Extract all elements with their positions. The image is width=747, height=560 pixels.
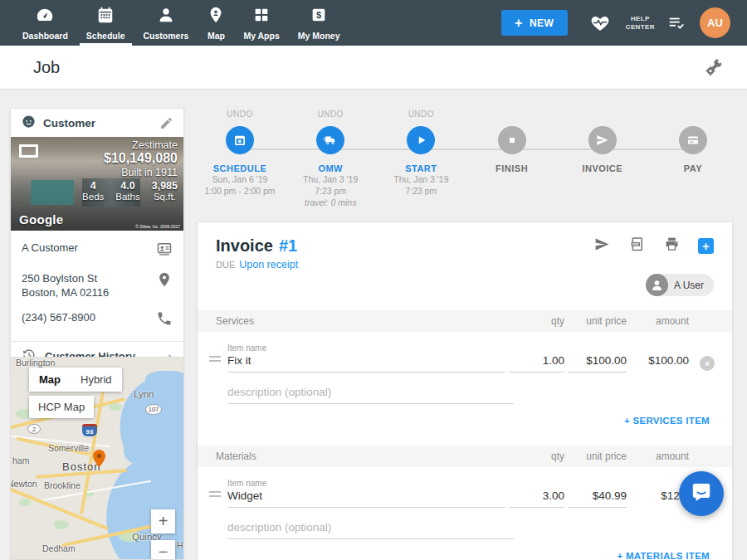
page-title: Job	[33, 58, 60, 77]
material-unit-price-input[interactable]: $40.99	[568, 489, 627, 508]
user-silhouette-icon	[646, 274, 668, 296]
start-step-button[interactable]	[407, 126, 435, 154]
customer-phone: (234) 567-8900	[22, 310, 95, 324]
invoice-step-button[interactable]	[588, 126, 617, 154]
contact-card-icon[interactable]	[156, 241, 173, 261]
print-icon[interactable]	[663, 236, 681, 256]
nav-label: My Apps	[243, 31, 279, 41]
service-description-input[interactable]: description (optional)	[227, 386, 514, 404]
remove-service-item-button[interactable]: ×	[700, 356, 715, 371]
map-park	[54, 520, 69, 529]
heart-pulse-icon[interactable]	[589, 13, 611, 33]
map-label-burlington: Burlington	[16, 358, 55, 368]
step-label: OMW	[287, 163, 374, 173]
finish-step-button[interactable]	[498, 126, 526, 154]
add-invoice-button[interactable]: +	[698, 238, 714, 254]
map-label-hingham: Hi	[177, 540, 184, 550]
due-terms-link[interactable]: Upon receipt	[239, 259, 298, 270]
step-label: INVOICE	[559, 163, 646, 173]
map-zoom-in-button[interactable]: +	[151, 509, 175, 533]
step-label: PAY	[650, 163, 736, 173]
edit-customer-icon[interactable]	[159, 116, 173, 130]
customer-face-icon	[21, 114, 37, 133]
due-label: DUE	[216, 260, 235, 270]
item-name-label: Item name	[227, 343, 732, 353]
help-center-button[interactable]: HELP CENTER	[626, 15, 655, 32]
nav-customers[interactable]: Customers	[134, 0, 198, 46]
material-qty-input[interactable]: 3.00	[509, 489, 564, 508]
step-date: Sun, Jan 6 '19	[197, 173, 283, 185]
customers-icon	[157, 6, 175, 27]
service-name-input[interactable]: Fix it	[227, 354, 505, 373]
activity-list-icon[interactable]	[666, 14, 686, 32]
map-label-lynn: Lynn	[134, 389, 154, 399]
zestimate-overlay: Zestimate $10,149,080 Built in 1911 4Bed…	[82, 139, 178, 202]
step-date: Thu, Jan 3 '19	[378, 173, 464, 185]
map-label-dedham: Dedham	[42, 543, 76, 553]
customer-card: Customer Zestimate $10,149,080 Built in …	[10, 108, 184, 372]
nav-schedule[interactable]: Schedule	[77, 0, 134, 46]
route-shield-93: 93	[82, 424, 97, 436]
map-widget[interactable]: Burlington Lynn Somerville Boston ham Ne…	[10, 357, 184, 560]
qty-column-header: qty	[509, 315, 564, 327]
sqft-label: Sq.ft.	[152, 192, 178, 202]
built-in: Built in 1911	[82, 167, 178, 178]
pdf-badge: PDF	[632, 242, 640, 246]
map-pin-icon	[207, 6, 225, 27]
chat-launcher-button[interactable]	[679, 471, 724, 516]
nav-label: Schedule	[86, 31, 125, 41]
service-qty-input[interactable]: 1.00	[509, 354, 564, 373]
nav-label: Map	[208, 31, 225, 41]
service-unit-price-input[interactable]: $100.00	[568, 354, 627, 373]
map-type-map-button[interactable]: Map	[29, 368, 71, 392]
phone-icon[interactable]	[156, 310, 173, 330]
route-shield-107: 107	[145, 404, 162, 415]
undo-start-button[interactable]: UNDO	[378, 110, 464, 119]
item-name-label: Item name	[227, 479, 732, 488]
nav-my-money[interactable]: $ My Money	[289, 0, 349, 46]
send-invoice-icon[interactable]	[593, 236, 611, 256]
customer-card-header: Customer	[11, 109, 183, 137]
timeline-step-omw: UNDO OMW Thu, Jan 3 '19 7:23 pm travel: …	[287, 110, 374, 208]
dashboard-icon	[36, 6, 54, 27]
step-label: SCHEDULE	[197, 163, 283, 173]
invoice-panel: Invoice #1 PDF + DUE Upon receipt A User…	[197, 222, 733, 560]
schedule-step-button[interactable]	[226, 126, 254, 154]
timeline-step-pay: PAY	[650, 110, 736, 208]
add-materials-item-button[interactable]: + MATERIALS ITEM	[198, 551, 732, 560]
fullscreen-icon[interactable]	[19, 144, 38, 158]
services-item-row: Item name Fix it 1.00 $100.00 $100.00 × …	[198, 332, 732, 446]
help-line2: CENTER	[626, 23, 655, 32]
assigned-user-pill[interactable]: A User	[646, 274, 714, 296]
step-travel: travel: 0 mins	[287, 197, 374, 208]
undo-omw-button[interactable]: UNDO	[287, 110, 374, 119]
map-type-hybrid-button[interactable]: Hybrid	[71, 368, 122, 392]
svg-text:$: $	[316, 10, 321, 20]
job-settings-icon[interactable]	[704, 57, 724, 77]
pay-step-button[interactable]	[679, 126, 707, 154]
invoice-number-link[interactable]: #1	[279, 236, 297, 256]
nav-my-apps[interactable]: My Apps	[234, 0, 288, 46]
drag-handle[interactable]	[209, 491, 227, 508]
step-time: 1:00 pm - 2:00 pm	[197, 185, 283, 197]
navbar-right: + NEW HELP CENTER AU	[501, 7, 747, 38]
hcp-map-button[interactable]: HCP Map	[29, 396, 94, 418]
add-services-item-button[interactable]: + SERVICES ITEM	[198, 416, 732, 446]
material-name-input[interactable]: Widget	[227, 489, 505, 508]
new-button[interactable]: + NEW	[501, 10, 568, 36]
undo-schedule-button[interactable]: UNDO	[197, 110, 283, 119]
map-park	[109, 403, 122, 411]
user-avatar[interactable]: AU	[700, 7, 730, 38]
step-label: START	[378, 163, 464, 173]
main-nav: Dashboard Schedule Customers Map My Apps…	[0, 0, 349, 46]
map-zoom-out-button[interactable]: −	[151, 540, 175, 560]
omw-step-button[interactable]	[316, 126, 344, 154]
location-pin-icon[interactable]	[156, 271, 173, 291]
drag-handle[interactable]	[209, 356, 227, 373]
pdf-icon[interactable]: PDF	[628, 236, 646, 256]
nav-map[interactable]: Map	[198, 0, 234, 46]
services-section-header: Services qty unit price amount	[198, 310, 732, 332]
map-type-buttons: Map Hybrid	[29, 368, 122, 392]
nav-dashboard[interactable]: Dashboard	[13, 0, 77, 46]
material-description-input[interactable]: description (optional)	[227, 521, 514, 539]
